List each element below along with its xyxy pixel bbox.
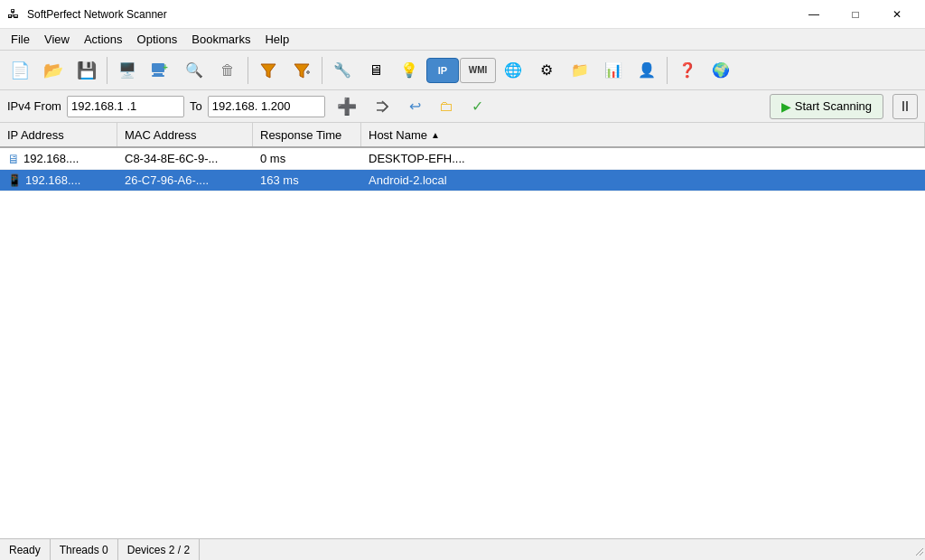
status-bar: Ready Threads 0 Devices 2 / 2: [0, 538, 925, 560]
delete-button[interactable]: 🗑: [211, 54, 244, 87]
svg-marker-4: [261, 64, 276, 78]
minimize-button[interactable]: —: [793, 0, 835, 29]
sort-asc-icon: ▲: [431, 130, 440, 140]
host-value-1: DESKTOP-EFH....: [369, 152, 465, 165]
cell-host-2: Android-2.local: [361, 172, 925, 189]
menu-view[interactable]: View: [37, 31, 77, 48]
close-button[interactable]: ✕: [876, 0, 918, 29]
check-button[interactable]: ✓: [465, 95, 490, 118]
discover-button[interactable]: 🖥️: [111, 54, 144, 87]
open-button[interactable]: 📂: [37, 54, 70, 87]
gear-button[interactable]: ⚙: [530, 54, 563, 87]
sep2: [248, 57, 248, 84]
threads-label: Threads: [60, 544, 99, 556]
wmi-button[interactable]: WMI: [460, 58, 496, 83]
help-button[interactable]: ❓: [671, 54, 704, 87]
cell-resp-1: 0 ms: [253, 150, 361, 167]
cell-ip-2: 📱 192.168....: [0, 172, 117, 189]
window-title: SoftPerfect Network Scanner: [27, 8, 793, 21]
resp-value-1: 0 ms: [260, 152, 285, 165]
sep3: [322, 57, 322, 84]
ip-value-2: 192.168....: [25, 173, 80, 187]
save-button[interactable]: 💾: [70, 54, 103, 87]
tools-button[interactable]: 🔧: [326, 54, 359, 87]
table-row[interactable]: 🖥 192.168.... C8-34-8E-6C-9-... 0 ms DES…: [0, 148, 925, 170]
threads-value: 0: [102, 544, 108, 556]
status-threads: Threads 0: [51, 539, 118, 560]
svg-rect-1: [154, 73, 163, 75]
table-row[interactable]: 📱 192.168.... 26-C7-96-A6-.... 163 ms An…: [0, 170, 925, 191]
mac-value-1: C8-34-8E-6C-9-...: [125, 152, 218, 165]
network-button[interactable]: 🌐: [497, 54, 529, 87]
menu-actions[interactable]: Actions: [77, 31, 130, 48]
users-button[interactable]: 👤: [631, 54, 663, 87]
new-button[interactable]: 📄: [4, 54, 36, 87]
status-devices: Devices 2 / 2: [118, 539, 200, 560]
col-resp-label: Response Time: [260, 128, 341, 142]
ipv4-to-label: To: [190, 99, 202, 113]
maximize-button[interactable]: □: [835, 0, 876, 29]
monitor-button[interactable]: 🖥: [360, 54, 392, 87]
device-icon-1: 🖥: [7, 152, 20, 166]
title-bar: 🖧 SoftPerfect Network Scanner — □ ✕: [0, 0, 925, 29]
toolbar: 📄 📂 💾 🖥️ + 🔍 🗑 🔧 🖥 💡 IP WMI 🌐 ⚙ 📁 📊 👤 ❓ …: [0, 51, 925, 90]
svg-rect-2: [152, 75, 164, 77]
col-mac-label: MAC Address: [125, 128, 196, 142]
scan-bar: IPv4 From To ➕ ↩ 🗀 ✓ ▶ Start Scanning ⏸: [0, 90, 925, 123]
cell-mac-2: 26-C7-96-A6-....: [117, 172, 253, 189]
add-range-button[interactable]: ➕: [331, 95, 363, 118]
svg-line-9: [920, 552, 923, 555]
devices-value: 2 / 2: [169, 544, 190, 556]
mac-value-2: 26-C7-96-A6-....: [125, 173, 209, 187]
cell-resp-2: 163 ms: [253, 172, 361, 189]
svg-line-8: [916, 548, 923, 555]
menu-help[interactable]: Help: [257, 31, 296, 48]
col-header-host[interactable]: Host Name ▲: [361, 123, 925, 146]
col-header-mac[interactable]: MAC Address: [117, 123, 253, 146]
ip-value-1: 192.168....: [23, 152, 79, 165]
filter-button[interactable]: [252, 54, 285, 87]
start-scan-label: Start Scanning: [795, 99, 872, 113]
sep1: [107, 57, 107, 84]
cell-ip-1: 🖥 192.168....: [0, 150, 117, 168]
cell-host-1: DESKTOP-EFH....: [361, 150, 925, 167]
col-header-ip[interactable]: IP Address: [0, 123, 117, 146]
folder-button[interactable]: 📁: [564, 54, 596, 87]
start-scan-button[interactable]: ▶ Start Scanning: [770, 94, 883, 119]
status-text: Ready: [9, 544, 41, 556]
folder-scan-button[interactable]: 🗀: [433, 95, 460, 118]
window-controls: — □ ✕: [793, 0, 918, 29]
ipv4-from-label: IPv4 From: [7, 99, 61, 113]
add-computer-button[interactable]: +: [145, 54, 177, 87]
col-header-resp[interactable]: Response Time: [253, 123, 361, 146]
table-header: IP Address MAC Address Response Time Hos…: [0, 123, 925, 148]
ip-button[interactable]: IP: [426, 58, 459, 83]
pause-button[interactable]: ⏸: [892, 94, 918, 119]
menu-bookmarks[interactable]: Bookmarks: [184, 31, 257, 48]
back-button[interactable]: ↩: [403, 95, 427, 118]
ipv4-to-input[interactable]: [208, 96, 325, 117]
globe-button[interactable]: 🌍: [705, 54, 737, 87]
device-icon-2: 📱: [7, 173, 22, 187]
menu-bar: File View Actions Options Bookmarks Help: [0, 29, 925, 51]
col-host-label: Host Name: [369, 128, 427, 142]
menu-options[interactable]: Options: [130, 31, 185, 48]
devices-label: Devices: [127, 544, 166, 556]
search-button[interactable]: 🔍: [178, 54, 210, 87]
cell-mac-1: C8-34-8E-6C-9-...: [117, 150, 253, 167]
resize-grip: [911, 543, 925, 557]
main-content: IP Address MAC Address Response Time Hos…: [0, 123, 925, 538]
shuffle-button[interactable]: [369, 95, 397, 118]
svg-marker-5: [294, 64, 309, 78]
col-ip-label: IP Address: [7, 128, 64, 142]
ipv4-from-input[interactable]: [67, 96, 184, 117]
table-body: 🖥 192.168.... C8-34-8E-6C-9-... 0 ms DES…: [0, 148, 925, 538]
filter2-button[interactable]: [285, 54, 318, 87]
status-ready: Ready: [0, 539, 51, 560]
sep4: [667, 57, 668, 84]
host-value-2: Android-2.local: [369, 173, 447, 187]
bulb-button[interactable]: 💡: [393, 54, 425, 87]
menu-file[interactable]: File: [4, 31, 37, 48]
svg-text:+: +: [163, 62, 168, 72]
chart-button[interactable]: 📊: [597, 54, 630, 87]
